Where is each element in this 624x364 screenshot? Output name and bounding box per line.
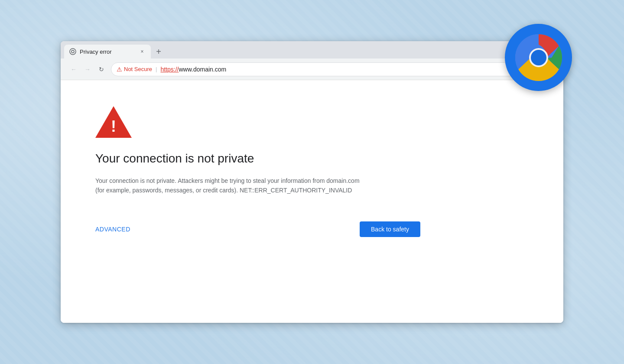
url-separator: |	[156, 66, 157, 72]
page-content: Your connection is not private Your conn…	[61, 80, 563, 323]
advanced-link[interactable]: ADVANCED	[95, 226, 130, 233]
chrome-logo	[505, 24, 572, 91]
warning-icon: ⚠	[117, 66, 122, 73]
warning-triangle	[95, 106, 132, 138]
forward-nav-button[interactable]: →	[81, 63, 94, 75]
navigation-buttons: ← → ↻	[68, 63, 107, 75]
tab-title: Privacy error	[80, 49, 135, 55]
error-title: Your connection is not private	[95, 152, 254, 166]
svg-point-4	[70, 49, 76, 55]
back-nav-button[interactable]: ←	[68, 63, 80, 75]
svg-point-3	[515, 34, 562, 81]
browser-window: Privacy error × + ← → ↻ ⚠ Not Secure | h…	[61, 41, 563, 323]
url-https: https://	[160, 66, 179, 73]
error-description: Your connection is not private. Attacker…	[95, 176, 360, 195]
url-text: https://www.domain.com	[160, 66, 226, 73]
back-to-safety-button[interactable]: Back to safety	[360, 221, 420, 237]
error-description-line2: (for example, passwords, messages, or cr…	[95, 187, 352, 194]
address-bar: ← → ↻ ⚠ Not Secure | https://www.domain.…	[61, 58, 563, 80]
active-tab[interactable]: Privacy error ×	[64, 45, 151, 58]
tab-favicon	[69, 48, 76, 55]
url-bar[interactable]: ⚠ Not Secure | https://www.domain.com	[111, 62, 556, 76]
not-secure-badge: ⚠ Not Secure	[117, 66, 152, 73]
tab-bar: Privacy error × +	[61, 41, 563, 58]
svg-point-5	[72, 50, 74, 53]
reload-button[interactable]: ↻	[95, 63, 107, 75]
tab-close-button[interactable]: ×	[139, 48, 146, 55]
error-icon	[95, 106, 132, 138]
error-description-line1: Your connection is not private. Attacker…	[95, 177, 360, 184]
actions-row: ADVANCED Back to safety	[95, 221, 420, 237]
new-tab-button[interactable]: +	[153, 46, 165, 58]
not-secure-label: Not Secure	[124, 66, 152, 72]
url-domain: www.domain.com	[179, 66, 226, 73]
